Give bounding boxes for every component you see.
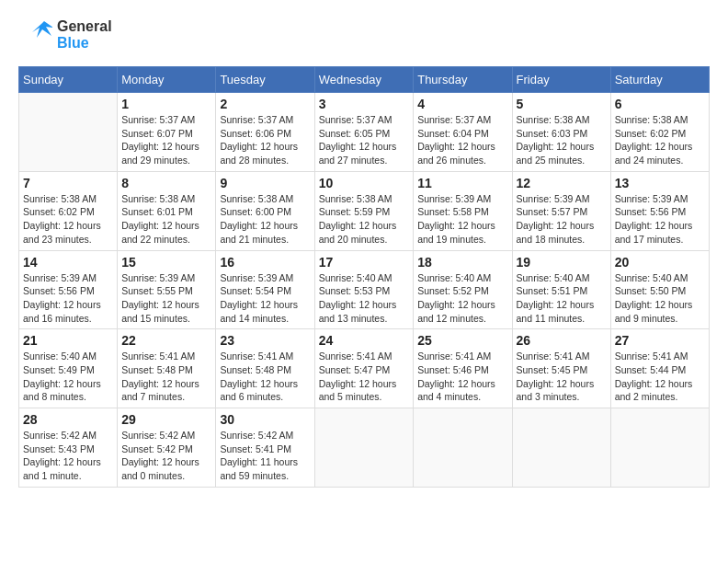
day-info: Sunrise: 5:38 AM Sunset: 6:03 PM Dayligh…	[517, 113, 607, 167]
day-info: Sunrise: 5:37 AM Sunset: 6:06 PM Dayligh…	[220, 113, 310, 167]
day-number: 10	[319, 176, 410, 190]
day-number: 25	[417, 333, 507, 348]
day-number: 2	[220, 97, 310, 111]
calendar-cell: 9Sunrise: 5:38 AM Sunset: 6:00 PM Daylig…	[216, 171, 314, 250]
calendar-header-row: SundayMondayTuesdayWednesdayThursdayFrid…	[19, 67, 710, 93]
day-number: 27	[615, 333, 705, 348]
calendar-cell: 24Sunrise: 5:41 AM Sunset: 5:47 PM Dayli…	[314, 329, 414, 408]
day-info: Sunrise: 5:41 AM Sunset: 5:46 PM Dayligh…	[417, 350, 507, 404]
calendar-cell: 11Sunrise: 5:39 AM Sunset: 5:58 PM Dayli…	[414, 171, 512, 250]
calendar-cell: 1Sunrise: 5:37 AM Sunset: 6:07 PM Daylig…	[118, 93, 216, 172]
day-number: 1	[121, 97, 211, 111]
day-number: 29	[121, 412, 211, 427]
day-number: 26	[517, 333, 607, 348]
day-number: 17	[319, 255, 410, 270]
day-number: 4	[417, 97, 507, 111]
logo-blue: Blue	[57, 35, 112, 52]
calendar-cell: 29Sunrise: 5:42 AM Sunset: 5:42 PM Dayli…	[118, 408, 216, 488]
calendar-cell: 25Sunrise: 5:41 AM Sunset: 5:46 PM Dayli…	[414, 329, 512, 408]
logo-bird-svg	[18, 19, 53, 47]
page-header: General Blue	[18, 18, 710, 52]
day-number: 23	[220, 333, 310, 348]
day-info: Sunrise: 5:39 AM Sunset: 5:56 PM Dayligh…	[23, 271, 113, 326]
day-info: Sunrise: 5:40 AM Sunset: 5:53 PM Dayligh…	[319, 271, 410, 326]
calendar-cell: 3Sunrise: 5:37 AM Sunset: 6:05 PM Daylig…	[314, 93, 414, 172]
day-info: Sunrise: 5:37 AM Sunset: 6:05 PM Dayligh…	[319, 113, 410, 167]
day-info: Sunrise: 5:38 AM Sunset: 5:59 PM Dayligh…	[319, 192, 410, 247]
day-number: 8	[121, 176, 211, 190]
calendar-cell: 5Sunrise: 5:38 AM Sunset: 6:03 PM Daylig…	[512, 93, 610, 172]
day-header-thursday: Thursday	[414, 67, 512, 93]
day-number: 5	[517, 97, 607, 111]
calendar-table: SundayMondayTuesdayWednesdayThursdayFrid…	[18, 66, 710, 488]
calendar-cell: 6Sunrise: 5:38 AM Sunset: 6:02 PM Daylig…	[610, 93, 709, 172]
day-info: Sunrise: 5:40 AM Sunset: 5:51 PM Dayligh…	[517, 271, 607, 326]
day-header-friday: Friday	[512, 67, 610, 93]
calendar-cell	[19, 93, 118, 172]
day-info: Sunrise: 5:40 AM Sunset: 5:49 PM Dayligh…	[23, 350, 113, 404]
calendar-cell: 2Sunrise: 5:37 AM Sunset: 6:06 PM Daylig…	[216, 93, 314, 172]
day-info: Sunrise: 5:39 AM Sunset: 5:54 PM Dayligh…	[220, 271, 310, 326]
calendar-cell: 16Sunrise: 5:39 AM Sunset: 5:54 PM Dayli…	[216, 250, 314, 329]
calendar-cell: 15Sunrise: 5:39 AM Sunset: 5:55 PM Dayli…	[118, 250, 216, 329]
calendar-cell: 17Sunrise: 5:40 AM Sunset: 5:53 PM Dayli…	[314, 250, 414, 329]
day-number: 9	[220, 176, 310, 190]
day-info: Sunrise: 5:41 AM Sunset: 5:44 PM Dayligh…	[615, 350, 705, 404]
day-number: 12	[517, 176, 607, 190]
calendar-cell: 4Sunrise: 5:37 AM Sunset: 6:04 PM Daylig…	[414, 93, 512, 172]
svg-marker-0	[32, 21, 53, 38]
calendar-week-2: 7Sunrise: 5:38 AM Sunset: 6:02 PM Daylig…	[19, 171, 710, 250]
day-header-monday: Monday	[118, 67, 216, 93]
calendar-cell: 10Sunrise: 5:38 AM Sunset: 5:59 PM Dayli…	[314, 171, 414, 250]
day-info: Sunrise: 5:39 AM Sunset: 5:57 PM Dayligh…	[517, 192, 607, 247]
day-info: Sunrise: 5:39 AM Sunset: 5:58 PM Dayligh…	[417, 192, 507, 247]
day-info: Sunrise: 5:40 AM Sunset: 5:50 PM Dayligh…	[615, 271, 705, 326]
calendar-cell: 28Sunrise: 5:42 AM Sunset: 5:43 PM Dayli…	[19, 408, 118, 488]
day-info: Sunrise: 5:38 AM Sunset: 6:02 PM Dayligh…	[23, 192, 113, 247]
day-info: Sunrise: 5:41 AM Sunset: 5:48 PM Dayligh…	[220, 350, 310, 404]
calendar-cell: 8Sunrise: 5:38 AM Sunset: 6:01 PM Daylig…	[118, 171, 216, 250]
day-number: 18	[417, 255, 507, 270]
calendar-week-1: 1Sunrise: 5:37 AM Sunset: 6:07 PM Daylig…	[19, 93, 710, 172]
day-info: Sunrise: 5:42 AM Sunset: 5:41 PM Dayligh…	[220, 429, 310, 483]
day-number: 6	[615, 97, 705, 111]
day-header-tuesday: Tuesday	[216, 67, 314, 93]
day-info: Sunrise: 5:38 AM Sunset: 6:00 PM Dayligh…	[220, 192, 310, 247]
day-info: Sunrise: 5:40 AM Sunset: 5:52 PM Dayligh…	[417, 271, 507, 326]
day-number: 11	[417, 176, 507, 190]
calendar-cell	[414, 408, 512, 488]
day-header-sunday: Sunday	[19, 67, 118, 93]
calendar-cell: 23Sunrise: 5:41 AM Sunset: 5:48 PM Dayli…	[216, 329, 314, 408]
calendar-cell: 7Sunrise: 5:38 AM Sunset: 6:02 PM Daylig…	[19, 171, 118, 250]
day-info: Sunrise: 5:41 AM Sunset: 5:48 PM Dayligh…	[121, 350, 211, 404]
day-number: 15	[121, 255, 211, 270]
day-info: Sunrise: 5:39 AM Sunset: 5:55 PM Dayligh…	[121, 271, 211, 326]
day-number: 16	[220, 255, 310, 270]
day-number: 20	[615, 255, 705, 270]
day-number: 7	[23, 176, 113, 190]
calendar-cell	[314, 408, 414, 488]
day-number: 28	[23, 412, 113, 427]
day-number: 19	[517, 255, 607, 270]
calendar-cell: 21Sunrise: 5:40 AM Sunset: 5:49 PM Dayli…	[19, 329, 118, 408]
calendar-cell: 18Sunrise: 5:40 AM Sunset: 5:52 PM Dayli…	[414, 250, 512, 329]
logo: General Blue	[18, 18, 112, 52]
day-number: 3	[319, 97, 410, 111]
calendar-cell: 19Sunrise: 5:40 AM Sunset: 5:51 PM Dayli…	[512, 250, 610, 329]
day-number: 14	[23, 255, 113, 270]
logo-general: General	[57, 18, 112, 35]
day-info: Sunrise: 5:41 AM Sunset: 5:47 PM Dayligh…	[319, 350, 410, 404]
day-info: Sunrise: 5:42 AM Sunset: 5:42 PM Dayligh…	[121, 429, 211, 483]
day-number: 13	[615, 176, 705, 190]
calendar-week-4: 21Sunrise: 5:40 AM Sunset: 5:49 PM Dayli…	[19, 329, 710, 408]
day-info: Sunrise: 5:38 AM Sunset: 6:01 PM Dayligh…	[121, 192, 211, 247]
calendar-cell: 13Sunrise: 5:39 AM Sunset: 5:56 PM Dayli…	[610, 171, 709, 250]
day-number: 22	[121, 333, 211, 348]
calendar-week-3: 14Sunrise: 5:39 AM Sunset: 5:56 PM Dayli…	[19, 250, 710, 329]
logo-text	[18, 19, 53, 51]
day-info: Sunrise: 5:37 AM Sunset: 6:07 PM Dayligh…	[121, 113, 211, 167]
day-number: 24	[319, 333, 410, 348]
day-header-wednesday: Wednesday	[314, 67, 414, 93]
logo-words: General Blue	[57, 18, 112, 52]
calendar-cell: 27Sunrise: 5:41 AM Sunset: 5:44 PM Dayli…	[610, 329, 709, 408]
